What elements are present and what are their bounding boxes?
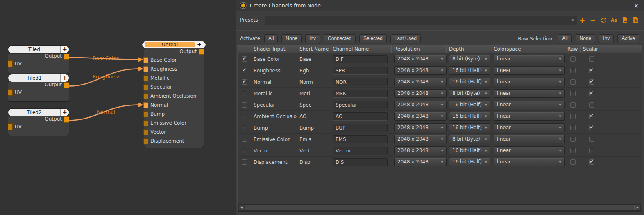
resolution-dropdown[interactable]: 2048 x 2048▼: [394, 146, 447, 155]
export-preset-button[interactable]: [621, 17, 628, 24]
activate-checkbox[interactable]: [242, 102, 247, 108]
scrollbar-thumb[interactable]: [245, 205, 635, 210]
presets-combobox[interactable]: ▼: [265, 16, 577, 25]
channel-name-input[interactable]: [333, 55, 388, 63]
node-header[interactable]: Tiled2+: [8, 109, 69, 116]
table-row-roughness[interactable]: ✔RoughnessRgh2048 x 2048▼16 bit (Half)▼l…: [238, 65, 642, 76]
scroll-left-icon[interactable]: ◀: [239, 205, 244, 210]
input-port-vector[interactable]: [143, 129, 148, 135]
channel-name-input[interactable]: [333, 124, 388, 132]
output-port[interactable]: [64, 82, 69, 88]
input-port-emissive-color[interactable]: [143, 120, 148, 126]
raw-checkbox[interactable]: [570, 114, 576, 119]
add-node-plus-button[interactable]: +: [197, 41, 202, 48]
channel-name-input[interactable]: [333, 147, 388, 155]
raw-checkbox[interactable]: [570, 148, 576, 153]
output-port[interactable]: [64, 116, 69, 123]
channel-name-input[interactable]: [333, 112, 388, 121]
column-header-resolution[interactable]: Resolution: [392, 45, 447, 53]
resolution-dropdown[interactable]: 2048 x 2048▼: [394, 123, 447, 132]
colorspace-dropdown[interactable]: linear▼: [494, 135, 565, 143]
activate-checkbox[interactable]: [242, 91, 247, 96]
table-row-emissive-color[interactable]: Emissive ColorEmis2048 x 2048▼8 bit (Byt…: [238, 134, 642, 145]
resolution-dropdown[interactable]: 2048 x 2048▼: [394, 66, 447, 75]
row-selection-none-button[interactable]: None: [576, 34, 596, 43]
colorspace-dropdown[interactable]: linear▼: [494, 123, 565, 132]
column-header-blank[interactable]: [603, 45, 642, 53]
colorspace-dropdown[interactable]: linear▼: [494, 78, 565, 86]
resolution-dropdown[interactable]: 2048 x 2048▼: [394, 55, 447, 63]
resolution-dropdown[interactable]: 2048 x 2048▼: [394, 78, 447, 86]
activate-all-button[interactable]: All: [264, 34, 278, 43]
raw-checkbox[interactable]: [570, 159, 576, 165]
depth-dropdown[interactable]: 16 bit (Half)▼: [449, 66, 490, 75]
scalar-checkbox[interactable]: ✔: [589, 159, 594, 165]
activate-checkbox[interactable]: ✔: [242, 79, 247, 85]
raw-checkbox[interactable]: [570, 91, 576, 96]
table-row-base-color[interactable]: ✔Base ColorBase2048 x 2048▼8 bit (Byte)▼…: [238, 54, 642, 65]
refresh-button[interactable]: [600, 17, 607, 24]
column-header-channel-name[interactable]: Channel Name: [330, 45, 392, 53]
resolution-dropdown[interactable]: 2048 x 2048▼: [394, 101, 447, 109]
column-header-raw[interactable]: Raw: [565, 45, 581, 53]
depth-dropdown[interactable]: 16 bit (Half)▼: [449, 158, 490, 166]
add-node-plus-button[interactable]: +: [60, 109, 69, 116]
input-port-bump[interactable]: [143, 111, 148, 117]
scalar-checkbox[interactable]: [589, 102, 594, 108]
node-header[interactable]: Tiled+: [8, 46, 69, 53]
activate-checkbox[interactable]: [242, 148, 247, 153]
depth-dropdown[interactable]: 16 bit (Half)▼: [449, 78, 490, 86]
node-header-selected[interactable]: Unreal+: [142, 41, 206, 48]
depth-dropdown[interactable]: 8 bit (Byte)▼: [449, 55, 490, 63]
depth-dropdown[interactable]: 16 bit (Half)▼: [449, 123, 490, 132]
scalar-checkbox[interactable]: ✔: [589, 114, 594, 119]
depth-dropdown[interactable]: 8 bit (Byte)▼: [449, 135, 490, 143]
dialog-titlebar[interactable]: Create Channels from Node ×: [236, 0, 644, 11]
depth-dropdown[interactable]: 16 bit (Half)▼: [449, 146, 490, 155]
input-port-base-color[interactable]: [143, 57, 148, 63]
colorspace-dropdown[interactable]: linear▼: [494, 89, 565, 98]
activate-selected-button[interactable]: Selected: [359, 34, 387, 43]
table-row-normal[interactable]: ✔NormalNorm2048 x 2048▼16 bit (Half)▼lin…: [238, 76, 642, 88]
row-selection-inv-button[interactable]: Inv: [599, 34, 614, 43]
colorspace-dropdown[interactable]: linear▼: [494, 146, 565, 155]
channel-name-input[interactable]: [333, 158, 388, 166]
activate-checkbox[interactable]: ✔: [242, 56, 247, 62]
resolution-dropdown[interactable]: 2048 x 2048▼: [394, 112, 447, 121]
colorspace-dropdown[interactable]: linear▼: [494, 66, 565, 75]
depth-dropdown[interactable]: 16 bit (Half)▼: [449, 112, 490, 121]
scalar-checkbox[interactable]: [589, 137, 594, 142]
activate-checkbox[interactable]: ✔: [242, 68, 247, 73]
activate-checkbox[interactable]: [242, 125, 247, 130]
channel-name-input[interactable]: [333, 90, 388, 98]
resolution-dropdown[interactable]: 2048 x 2048▼: [394, 158, 447, 166]
channel-name-input[interactable]: [333, 101, 388, 109]
column-header-blank[interactable]: [238, 45, 251, 53]
uv-port[interactable]: [8, 89, 13, 96]
activate-checkbox[interactable]: [242, 137, 247, 142]
raw-checkbox[interactable]: [570, 137, 576, 142]
add-node-plus-button[interactable]: +: [60, 46, 69, 53]
colorspace-dropdown[interactable]: linear▼: [494, 112, 565, 121]
scalar-checkbox[interactable]: [589, 56, 594, 62]
node-unreal[interactable]: OutputBase ColorRoughnessMetallicSpecula…: [144, 41, 204, 148]
depth-dropdown[interactable]: 16 bit (Half)▼: [449, 101, 490, 109]
scalar-checkbox[interactable]: ✔: [589, 68, 594, 73]
scroll-right-icon[interactable]: ▶: [635, 205, 640, 210]
column-header-colorspace[interactable]: Colorspace: [491, 45, 565, 53]
row-selection-all-button[interactable]: All: [558, 34, 571, 43]
scalar-checkbox[interactable]: ✔: [589, 125, 594, 130]
depth-dropdown[interactable]: 8 bit (Byte)▼: [449, 89, 490, 98]
raw-checkbox[interactable]: [570, 68, 576, 73]
input-port-normal[interactable]: [143, 102, 148, 108]
table-row-vector[interactable]: VectorVect2048 x 2048▼16 bit (Half)▼line…: [238, 145, 642, 157]
close-icon[interactable]: ×: [633, 2, 640, 9]
column-header-short-name[interactable]: Short Name: [297, 45, 330, 53]
column-header-scalar[interactable]: Scalar: [581, 45, 603, 53]
input-port-roughness[interactable]: [143, 66, 148, 72]
table-row-displacement[interactable]: DisplacementDisp2048 x 2048▼16 bit (Half…: [238, 157, 642, 168]
uv-port[interactable]: [8, 60, 13, 67]
node-tiled1[interactable]: OutputUVTiled1+: [8, 74, 69, 101]
uv-port[interactable]: [8, 123, 13, 130]
input-port-metallic[interactable]: [143, 75, 148, 81]
